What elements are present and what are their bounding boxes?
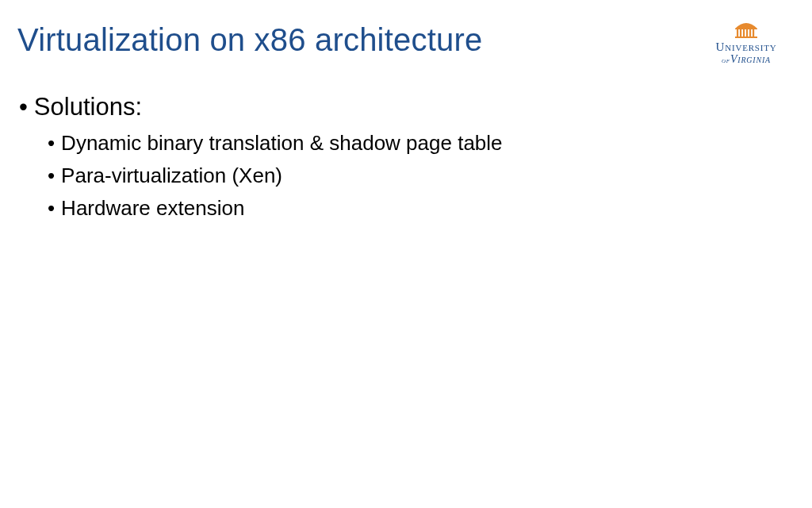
university-logo: University ofVirginia [703,21,790,65]
bullet-dot-icon: • [19,93,28,121]
logo-line1: University [703,41,790,54]
bullet-dot-icon: • [48,162,55,190]
bullet-heading-text: Solutions: [34,93,142,121]
bullet-item-text: Hardware extension [61,194,244,222]
slide-title: Virtualization on x86 architecture [17,22,482,58]
svg-rect-3 [746,29,748,37]
bullet-dot-icon: • [48,129,55,157]
svg-rect-2 [743,29,745,37]
bullet-heading: • Solutions: [19,93,795,121]
slide-content: • Solutions: • Dynamic binary translatio… [17,93,795,222]
slide: Virtualization on x86 architecture Unive… [0,0,812,508]
bullet-item: • Hardware extension [48,194,795,222]
logo-text: University ofVirginia [703,41,790,65]
logo-line2: ofVirginia [703,54,790,66]
svg-rect-6 [735,37,757,38]
bullet-item-text: Para-virtualization (Xen) [61,162,282,190]
svg-rect-4 [749,29,751,37]
svg-rect-0 [737,29,738,37]
slide-header: Virtualization on x86 architecture [17,22,795,58]
svg-rect-5 [753,29,754,37]
bullet-dot-icon: • [48,194,55,222]
bullet-item: • Dynamic binary translation & shadow pa… [48,129,795,157]
bullet-item: • Para-virtualization (Xen) [48,162,795,190]
svg-rect-1 [740,29,741,37]
bullet-item-text: Dynamic binary translation & shadow page… [61,129,502,157]
rotunda-icon [732,21,760,38]
